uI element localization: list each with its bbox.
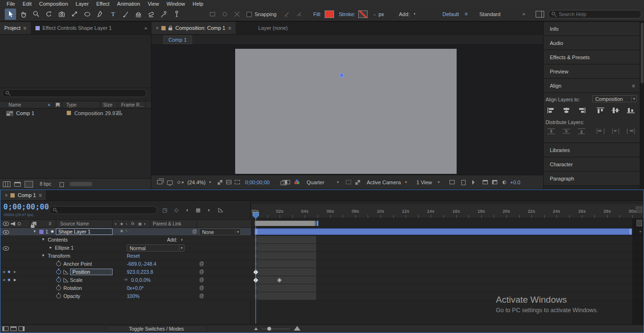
shy-layers-icon[interactable]: ◖: [185, 207, 189, 213]
stopwatch-icon[interactable]: [56, 294, 61, 298]
clone-stamp-tool-button[interactable]: [132, 9, 144, 20]
timeline-search-input[interactable]: [60, 207, 153, 213]
column-type[interactable]: Type: [66, 102, 77, 108]
layer-expander[interactable]: ▾: [34, 229, 36, 234]
expand-inout-panes-icon[interactable]: [18, 326, 25, 331]
pan-behind-tool-button[interactable]: [69, 9, 80, 20]
motion-blur-switch-icon[interactable]: ◐: [144, 222, 146, 226]
rotation-value[interactable]: 0x+0.0°: [127, 285, 144, 291]
ellipse-track[interactable]: [251, 244, 644, 252]
stopwatch-active-icon[interactable]: [56, 270, 61, 274]
ellipse-label[interactable]: Ellipse 1: [55, 245, 74, 251]
table-row[interactable]: Comp 1 Composition 29.97: [0, 109, 151, 117]
layer-color-chip[interactable]: [39, 230, 44, 234]
expand-transfer-controls-icon[interactable]: [10, 326, 17, 331]
label-color-chip[interactable]: [67, 111, 71, 115]
transparency-grid-icon[interactable]: [355, 180, 360, 185]
rotation-track[interactable]: [251, 284, 644, 292]
mask-visibility-icon[interactable]: [235, 180, 240, 184]
close-icon[interactable]: ×: [156, 25, 159, 31]
transform-track[interactable]: [251, 252, 644, 260]
opacity-label[interactable]: Opacity: [63, 293, 80, 299]
footage-interpret-icon[interactable]: [3, 181, 10, 187]
panel-effects-presets[interactable]: Effects & Presets: [544, 50, 640, 64]
graph-include-icon[interactable]: [63, 278, 68, 282]
panel-paragraph[interactable]: Paragraph: [544, 171, 640, 186]
workspace-standard[interactable]: Standard: [479, 11, 501, 17]
menu-item-edit[interactable]: Edit: [19, 1, 35, 7]
tab-effect-controls[interactable]: Effect Controls Shape Layer 1: [31, 25, 117, 31]
graph-editor-icon[interactable]: [218, 208, 223, 212]
shy-switch-icon[interactable]: ◖: [115, 222, 117, 226]
comp-timecode[interactable]: 0;00;00;00: [245, 180, 270, 185]
anchor-point-value[interactable]: -689.0,-248.4: [127, 261, 156, 267]
anchor-point-track[interactable]: [251, 260, 644, 268]
column-size[interactable]: Size: [103, 102, 112, 108]
scale-row[interactable]: ◀ ◆ ▶ Scale ∞ 0.0,0.0% @: [0, 276, 251, 284]
transform-row[interactable]: ▾ Transform Reset: [0, 252, 251, 260]
contents-row[interactable]: ▾ Contents Add: ◐: [0, 236, 251, 244]
help-search[interactable]: [548, 10, 642, 18]
constrain-proportions-icon[interactable]: ∞: [124, 277, 127, 282]
shape-tool-button[interactable]: [81, 9, 93, 20]
zoom-in-mountain-icon[interactable]: [294, 326, 300, 331]
video-column-eye-icon[interactable]: [3, 222, 9, 226]
roto-brush-tool-button[interactable]: [158, 9, 169, 20]
eraser-tool-button[interactable]: [145, 9, 157, 20]
keyframe-toggle-icon[interactable]: ◆: [8, 270, 10, 274]
breadcrumb-comp[interactable]: Comp 1: [163, 36, 192, 44]
prev-keyframe-icon[interactable]: ◀: [2, 270, 5, 274]
bit-depth-button[interactable]: 8 bpc: [40, 181, 51, 187]
panel-menu-icon[interactable]: ≡: [228, 25, 231, 31]
position-value[interactable]: 923.0,223.8: [127, 269, 153, 275]
position-track[interactable]: [251, 268, 644, 276]
ellipse-row[interactable]: ▸ Ellipse 1 Normal ▾: [0, 244, 251, 252]
view-layout-select[interactable]: 1 View: [416, 180, 432, 185]
new-folder-icon[interactable]: [14, 182, 21, 187]
keyframe-toggle-icon[interactable]: ◆: [8, 278, 10, 282]
layer-number-column[interactable]: #: [49, 221, 52, 226]
workspace-menu-icon[interactable]: ≡: [465, 11, 468, 17]
menu-item-help[interactable]: Help: [189, 1, 207, 7]
menu-item-view[interactable]: View: [144, 1, 163, 7]
rotation-tool-button[interactable]: [43, 9, 54, 20]
work-area-bar[interactable]: [255, 221, 316, 226]
lock-icon[interactable]: [168, 27, 172, 30]
stopwatch-active-icon[interactable]: [56, 278, 61, 282]
toolbar-overflow-icon[interactable]: »: [522, 11, 525, 17]
exposure-value[interactable]: +0.0: [510, 180, 520, 185]
opacity-row[interactable]: Opacity 100% @: [0, 292, 251, 300]
pen-tool-button[interactable]: [94, 9, 106, 20]
sort-ascending-icon[interactable]: ▲: [47, 103, 51, 106]
panel-info[interactable]: Info: [544, 22, 640, 36]
frame-blend-icon[interactable]: ▦: [196, 207, 201, 213]
snap-option-icon[interactable]: [293, 9, 305, 20]
contents-track[interactable]: [251, 236, 644, 244]
item-name[interactable]: Comp 1: [16, 110, 35, 116]
blend-mode-select[interactable]: Normal ▾: [127, 244, 185, 252]
magnification-value[interactable]: (24.4%): [187, 180, 206, 185]
tab-composition[interactable]: × Composition: Comp 1 ≡: [151, 22, 236, 34]
fast-preview-icon[interactable]: [472, 180, 475, 185]
workspace-default[interactable]: Default: [442, 11, 459, 17]
next-keyframe-icon[interactable]: ▶: [14, 278, 16, 282]
panel-libraries[interactable]: Libraries: [544, 143, 640, 157]
graph-include-icon[interactable]: [63, 270, 68, 274]
toggle-switches-modes-button[interactable]: Toggle Switches / Modes: [106, 325, 207, 332]
always-preview-icon[interactable]: [177, 181, 180, 184]
time-ruler[interactable]: :00s 02s 04s 06s 08s 10s 12s 14s 16s 18s…: [251, 204, 644, 218]
right-scrollbar-thumb[interactable]: [641, 23, 644, 83]
menu-item-layer[interactable]: Layer: [72, 1, 93, 7]
timeline-zoom-slider-handle[interactable]: [267, 327, 271, 331]
stopwatch-icon[interactable]: [56, 286, 61, 290]
source-name-column[interactable]: Source Name: [60, 221, 89, 226]
selection-tool-button[interactable]: [5, 9, 16, 20]
show-snapshot-icon[interactable]: [285, 180, 290, 184]
align-horizontal-center-button[interactable]: [560, 106, 573, 115]
comp-canvas[interactable]: [235, 49, 457, 174]
tab-layer[interactable]: Layer (none): [258, 25, 288, 31]
resolution-arrow-icon[interactable]: ▾: [337, 180, 339, 184]
layer-out-handle[interactable]: [629, 229, 632, 234]
frame-blend-switch-icon[interactable]: ▦: [138, 222, 142, 226]
region-of-interest-icon[interactable]: [346, 180, 351, 184]
